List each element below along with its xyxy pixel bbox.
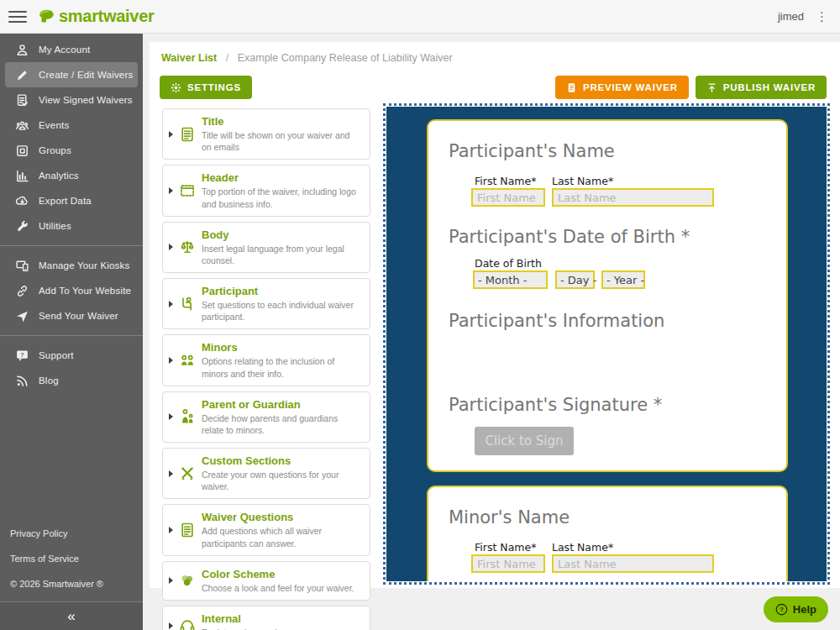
crossed-pencils-icon bbox=[178, 465, 197, 482]
last-name-label: Last Name* bbox=[552, 175, 613, 187]
month-select[interactable]: - Month - bbox=[473, 270, 548, 289]
expand-arrow-icon[interactable] bbox=[169, 301, 173, 307]
question-circle-icon: ? bbox=[775, 603, 788, 616]
rss-icon bbox=[5, 374, 39, 388]
export-cloud-icon bbox=[5, 194, 39, 208]
link-icon bbox=[5, 284, 39, 298]
sidebar-item-view-signed-waivers[interactable]: View Signed Waivers bbox=[5, 87, 138, 113]
section-card-parent-or-guardian[interactable]: Parent or GuardianDecide how parents and… bbox=[162, 391, 370, 443]
section-description: Title will be shown on your waiver and o… bbox=[202, 129, 362, 153]
expand-arrow-icon[interactable] bbox=[169, 357, 173, 364]
sidebar-footer-privacy-policy[interactable]: Privacy Policy bbox=[10, 521, 143, 546]
expand-arrow-icon[interactable] bbox=[169, 187, 173, 194]
minor-first-name-label: First Name* bbox=[475, 541, 536, 554]
minor-last-name-input[interactable] bbox=[552, 554, 714, 573]
window-header-icon bbox=[178, 182, 197, 199]
section-description: Create your own questions for your waive… bbox=[202, 469, 362, 492]
document-lines-icon bbox=[178, 522, 197, 538]
sidebar-item-label: Add To Your Website bbox=[39, 286, 131, 296]
waiver-preview: Participant's Name First Name* Last Name… bbox=[386, 107, 827, 581]
breadcrumb: Waiver List / Example Company Release of… bbox=[161, 52, 453, 64]
color-circles-icon bbox=[178, 572, 197, 589]
sidebar: My AccountCreate / Edit WaiversView Sign… bbox=[0, 34, 143, 630]
hamburger-menu-icon[interactable] bbox=[8, 11, 27, 23]
section-description: Set questions to each individual waiver … bbox=[202, 299, 362, 323]
section-title: Parent or Guardian bbox=[202, 398, 362, 411]
first-name-input[interactable] bbox=[471, 188, 545, 207]
minor-last-name-label: Last Name* bbox=[552, 541, 613, 554]
publish-waiver-button[interactable]: PUBLISH WAIVER bbox=[696, 76, 827, 99]
svg-text:?: ? bbox=[780, 606, 784, 613]
expand-arrow-icon[interactable] bbox=[169, 244, 173, 250]
sidebar-item-label: View Signed Waivers bbox=[39, 95, 133, 105]
sidebar-footer-2026-smartwaiver: © 2026 Smartwaiver ® bbox=[10, 571, 143, 596]
headset-icon bbox=[178, 617, 197, 630]
section-card-body[interactable]: BodyInsert legal language from your lega… bbox=[162, 222, 370, 273]
participant-signature-heading: Participant's Signature * bbox=[449, 395, 662, 415]
sidebar-item-label: Utilities bbox=[39, 221, 71, 231]
sidebar-footer-terms-of-service[interactable]: Terms of Service bbox=[10, 546, 143, 571]
sidebar-item-blog[interactable]: Blog bbox=[5, 368, 138, 393]
expand-arrow-icon[interactable] bbox=[169, 527, 173, 533]
waiver-sections-list: TitleTitle will be shown on your waiver … bbox=[162, 108, 370, 630]
help-button[interactable]: ? Help bbox=[764, 596, 828, 622]
section-card-internal[interactable]: InternalFor internal use only. bbox=[162, 606, 370, 630]
sidebar-divider bbox=[0, 245, 143, 246]
events-icon bbox=[5, 118, 39, 133]
minor-first-name-input[interactable] bbox=[471, 554, 545, 573]
section-title: Minors bbox=[202, 341, 362, 354]
sidebar-item-events[interactable]: Events bbox=[5, 113, 138, 138]
upload-icon bbox=[706, 82, 717, 93]
section-title: Title bbox=[202, 115, 362, 128]
sidebar-item-support[interactable]: ?Support bbox=[5, 343, 138, 368]
day-select[interactable]: - Day - bbox=[555, 270, 595, 289]
section-card-waiver-questions[interactable]: Waiver QuestionsAdd questions which all … bbox=[162, 504, 370, 555]
sidebar-item-add-to-your-website[interactable]: Add To Your Website bbox=[5, 278, 138, 303]
analytics-icon bbox=[5, 169, 39, 183]
participant-name-heading: Participant's Name bbox=[449, 141, 615, 161]
section-card-participant[interactable]: ParticipantSet questions to each individ… bbox=[162, 278, 370, 329]
kiosk-icon bbox=[5, 259, 39, 273]
year-select[interactable]: - Year - bbox=[601, 270, 645, 289]
section-card-custom-sections[interactable]: Custom SectionsCreate your own questions… bbox=[162, 448, 370, 499]
dob-heading: Participant's Date of Birth * bbox=[449, 227, 690, 247]
minor-name-heading: Minor's Name bbox=[449, 507, 570, 528]
kebab-menu-icon[interactable]: ⋮ bbox=[816, 10, 828, 23]
sidebar-item-analytics[interactable]: Analytics bbox=[5, 163, 138, 188]
support-icon: ? bbox=[5, 349, 39, 363]
expand-arrow-icon[interactable] bbox=[169, 131, 173, 138]
section-title: Internal bbox=[202, 612, 362, 625]
sidebar-item-label: Export Data bbox=[39, 196, 92, 206]
section-card-title[interactable]: TitleTitle will be shown on your waiver … bbox=[162, 108, 370, 160]
pencil-icon bbox=[5, 68, 39, 82]
minor-card: Minor's Name First Name* Last Name* bbox=[427, 486, 788, 581]
sidebar-item-export-data[interactable]: Export Data bbox=[5, 188, 138, 213]
section-description: Add questions which all waiver participa… bbox=[202, 525, 362, 549]
click-to-sign-button[interactable]: Click to Sign bbox=[475, 427, 574, 455]
dob-label: Date of Birth bbox=[475, 257, 542, 270]
section-card-header[interactable]: HeaderTop portion of the waiver, includi… bbox=[162, 165, 370, 216]
expand-arrow-icon[interactable] bbox=[169, 413, 173, 420]
section-card-color-scheme[interactable]: Color SchemeChoose a look and feel for y… bbox=[162, 561, 370, 601]
section-description: Choose a look and feel for your waiver. bbox=[202, 582, 362, 594]
sidebar-item-manage-your-kiosks[interactable]: Manage Your Kiosks bbox=[5, 253, 138, 278]
sidebar-item-create-edit-waivers[interactable]: Create / Edit Waivers bbox=[5, 62, 138, 87]
sidebar-collapse-button[interactable]: « bbox=[0, 601, 143, 630]
svg-text:?: ? bbox=[20, 351, 24, 358]
section-title: Body bbox=[202, 228, 362, 241]
sidebar-item-label: Events bbox=[39, 120, 69, 130]
preview-waiver-button[interactable]: PREVIEW WAIVER bbox=[555, 76, 689, 99]
document-lines-icon bbox=[178, 126, 197, 143]
breadcrumb-waiver-list-link[interactable]: Waiver List bbox=[161, 52, 217, 64]
sidebar-item-my-account[interactable]: My Account bbox=[5, 37, 138, 62]
section-card-minors[interactable]: MinorsOptions relating to the inclusion … bbox=[162, 334, 370, 386]
sidebar-item-send-your-waiver[interactable]: Send Your Waiver bbox=[5, 303, 138, 328]
last-name-input[interactable] bbox=[552, 188, 714, 207]
participant-card: Participant's Name First Name* Last Name… bbox=[427, 119, 788, 472]
expand-arrow-icon[interactable] bbox=[169, 577, 173, 584]
expand-arrow-icon[interactable] bbox=[169, 470, 173, 477]
sidebar-item-groups[interactable]: Groups bbox=[5, 138, 138, 163]
expand-arrow-icon[interactable] bbox=[169, 622, 173, 629]
sidebar-item-utilities[interactable]: Utilities bbox=[5, 213, 138, 239]
settings-button[interactable]: SETTINGS bbox=[160, 76, 252, 99]
